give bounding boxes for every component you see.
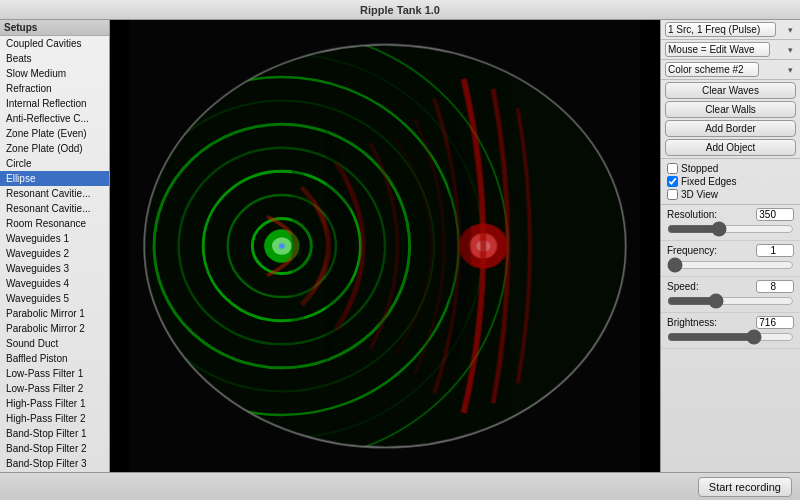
resolution-section: Resolution: xyxy=(661,205,800,241)
fixed-edges-row: Fixed Edges xyxy=(667,175,794,188)
right-panel: 1 Src, 1 Freq (Pulse) Mouse = Edit Wave … xyxy=(660,20,800,472)
sidebar-item-21[interactable]: Baffled Piston xyxy=(0,351,109,366)
sidebar-item-18[interactable]: Parabolic Mirror 1 xyxy=(0,306,109,321)
mouse-select[interactable]: Mouse = Edit Wave xyxy=(665,42,770,57)
sidebar-item-5[interactable]: Anti-Reflective C... xyxy=(0,111,109,126)
frequency-slider[interactable] xyxy=(667,259,794,271)
speed-slider[interactable] xyxy=(667,295,794,307)
3d-view-checkbox[interactable] xyxy=(667,189,678,200)
sidebar-item-19[interactable]: Parabolic Mirror 2 xyxy=(0,321,109,336)
resolution-slider[interactable] xyxy=(667,223,794,235)
sidebar-item-3[interactable]: Refraction xyxy=(0,81,109,96)
sidebar-item-2[interactable]: Slow Medium xyxy=(0,66,109,81)
brightness-label: Brightness: xyxy=(667,317,717,328)
3d-view-row: 3D View xyxy=(667,188,794,201)
sidebar-item-4[interactable]: Internal Reflection xyxy=(0,96,109,111)
sidebar-item-9[interactable]: Ellipse xyxy=(0,171,109,186)
clear-waves-button[interactable]: Clear Waves xyxy=(665,82,796,99)
sidebar-item-11[interactable]: Resonant Cavitie... xyxy=(0,201,109,216)
canvas-area[interactable] xyxy=(110,20,660,472)
sidebar-item-13[interactable]: Waveguides 1 xyxy=(0,231,109,246)
checkboxes-section: Stopped Fixed Edges 3D View xyxy=(661,158,800,205)
sidebar-item-26[interactable]: Band-Stop Filter 1 xyxy=(0,426,109,441)
brightness-number-input[interactable] xyxy=(756,316,794,329)
sidebar-item-28[interactable]: Band-Stop Filter 3 xyxy=(0,456,109,471)
sidebar-item-25[interactable]: High-Pass Filter 2 xyxy=(0,411,109,426)
stopped-row: Stopped xyxy=(667,162,794,175)
sidebar-item-17[interactable]: Waveguides 5 xyxy=(0,291,109,306)
brightness-section: Brightness: xyxy=(661,313,800,349)
brightness-slider[interactable] xyxy=(667,331,794,343)
mouse-select-wrapper[interactable]: Mouse = Edit Wave xyxy=(665,42,796,57)
sidebar-item-23[interactable]: Low-Pass Filter 2 xyxy=(0,381,109,396)
sidebar-item-10[interactable]: Resonant Cavitie... xyxy=(0,186,109,201)
sidebar-item-8[interactable]: Circle xyxy=(0,156,109,171)
speed-number-input[interactable] xyxy=(756,280,794,293)
sidebar-item-14[interactable]: Waveguides 2 xyxy=(0,246,109,261)
sidebar-item-1[interactable]: Beats xyxy=(0,51,109,66)
sidebar-item-6[interactable]: Zone Plate (Even) xyxy=(0,126,109,141)
source-select-wrapper[interactable]: 1 Src, 1 Freq (Pulse) xyxy=(665,22,796,37)
sidebar-item-22[interactable]: Low-Pass Filter 1 xyxy=(0,366,109,381)
sidebar-list: Coupled CavitiesBeatsSlow MediumRefracti… xyxy=(0,36,109,472)
3d-view-label: 3D View xyxy=(681,189,718,200)
source-select-row: 1 Src, 1 Freq (Pulse) xyxy=(661,20,800,40)
stopped-label: Stopped xyxy=(681,163,718,174)
start-recording-button[interactable]: Start recording xyxy=(698,477,792,497)
fixed-edges-label: Fixed Edges xyxy=(681,176,737,187)
sidebar-item-7[interactable]: Zone Plate (Odd) xyxy=(0,141,109,156)
ripple-visualization xyxy=(110,20,660,472)
stopped-checkbox[interactable] xyxy=(667,163,678,174)
action-buttons: Clear WavesClear WallsAdd BorderAdd Obje… xyxy=(661,80,800,158)
sidebar-header: Setups xyxy=(0,20,109,36)
sidebar: Setups Coupled CavitiesBeatsSlow MediumR… xyxy=(0,20,110,472)
sidebar-item-15[interactable]: Waveguides 3 xyxy=(0,261,109,276)
mouse-select-row: Mouse = Edit Wave xyxy=(661,40,800,60)
source-dot xyxy=(279,243,285,249)
sidebar-item-24[interactable]: High-Pass Filter 1 xyxy=(0,396,109,411)
sidebar-item-20[interactable]: Sound Duct xyxy=(0,336,109,351)
sidebar-item-12[interactable]: Room Resonance xyxy=(0,216,109,231)
app-title: Ripple Tank 1.0 xyxy=(360,4,440,16)
sidebar-item-16[interactable]: Waveguides 4 xyxy=(0,276,109,291)
speed-label: Speed: xyxy=(667,281,699,292)
sidebar-item-27[interactable]: Band-Stop Filter 2 xyxy=(0,441,109,456)
bottom-bar: Start recording xyxy=(0,472,800,500)
main-content: Setups Coupled CavitiesBeatsSlow MediumR… xyxy=(0,20,800,472)
add-border-button[interactable]: Add Border xyxy=(665,120,796,137)
add-object-button[interactable]: Add Object xyxy=(665,139,796,156)
frequency-label: Frequency: xyxy=(667,245,717,256)
color-select[interactable]: Color scheme #2 xyxy=(665,62,759,77)
color-select-wrapper[interactable]: Color scheme #2 xyxy=(665,62,796,77)
sliders-section: Resolution:Frequency:Speed:Brightness: xyxy=(661,205,800,349)
frequency-section: Frequency: xyxy=(661,241,800,277)
sidebar-item-0[interactable]: Coupled Cavities xyxy=(0,36,109,51)
color-select-row: Color scheme #2 xyxy=(661,60,800,80)
resolution-number-input[interactable] xyxy=(756,208,794,221)
resolution-label: Resolution: xyxy=(667,209,717,220)
clear-walls-button[interactable]: Clear Walls xyxy=(665,101,796,118)
fixed-edges-checkbox[interactable] xyxy=(667,176,678,187)
title-bar: Ripple Tank 1.0 xyxy=(0,0,800,20)
source-select[interactable]: 1 Src, 1 Freq (Pulse) xyxy=(665,22,776,37)
frequency-number-input[interactable] xyxy=(756,244,794,257)
speed-section: Speed: xyxy=(661,277,800,313)
